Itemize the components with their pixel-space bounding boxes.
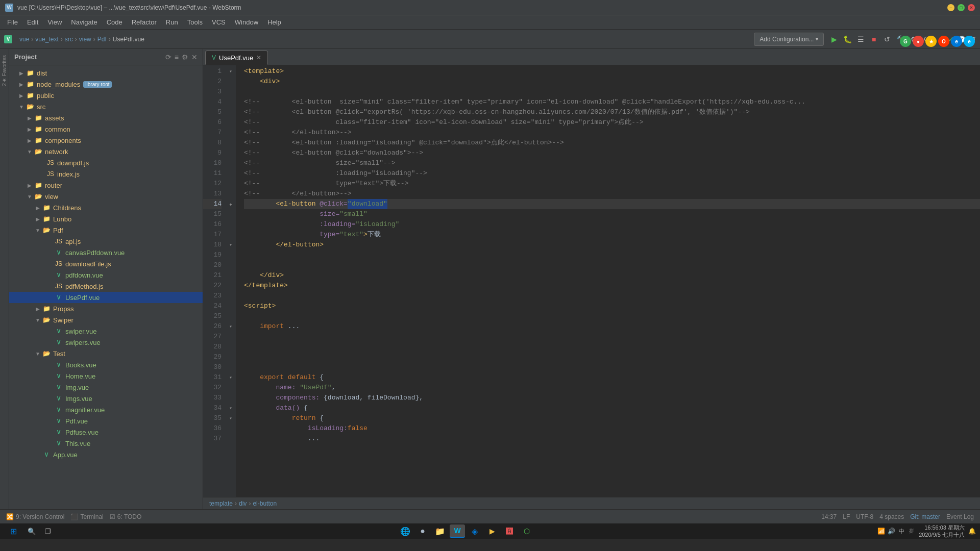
bc-template[interactable]: template [209, 500, 233, 507]
tree-item-index-js[interactable]: ▶ JS index.js [9, 168, 203, 180]
maximize-button[interactable]: □ [958, 4, 965, 11]
search-button[interactable]: 🔍 [24, 524, 39, 538]
sound-icon[interactable]: 🔊 [887, 527, 895, 535]
tree-item-dist[interactable]: ▶ 📁 dist [9, 67, 203, 79]
tree-item-assets[interactable]: ▶ 📁 assets [9, 112, 203, 123]
tree-item-downloadfile[interactable]: ▶ JS downloadFile.js [9, 258, 203, 269]
tree-item-books[interactable]: ▶ V Books.vue [9, 359, 203, 370]
collapse-icon[interactable]: ≡ [175, 53, 179, 61]
tab-usepdf[interactable]: V UsePdf.vue ✕ [205, 51, 268, 65]
window-controls[interactable]: – □ ✕ [947, 4, 975, 11]
tree-item-pdfuse-vue[interactable]: ▶ V Pdfuse.vue [9, 427, 203, 438]
rerun-button[interactable]: ↺ [881, 33, 893, 45]
browser-icon-1[interactable]: G [900, 36, 911, 47]
taskbar-chrome[interactable]: ● [415, 524, 430, 538]
tree-item-swiper[interactable]: ▼ 📂 Swiper [9, 314, 203, 325]
debug-button[interactable]: 🐛 [841, 33, 853, 45]
taskbar-app2[interactable]: ⬡ [519, 524, 534, 538]
branch-item[interactable]: Git: master [910, 513, 940, 520]
fold-icon-18[interactable]: ▾ [229, 242, 232, 248]
menu-file[interactable]: File [3, 17, 22, 28]
system-clock[interactable]: 16:56:03 星期六 2020/9/5 七月十八 [919, 524, 965, 539]
tree-item-public[interactable]: ▶ 📁 public [9, 90, 203, 101]
encoding-item[interactable]: UTF-8 [856, 513, 873, 520]
menu-edit[interactable]: Edit [23, 17, 42, 28]
browser-icon-6[interactable]: e [964, 36, 975, 47]
menu-run[interactable]: Run [162, 17, 182, 28]
menu-help[interactable]: Help [263, 17, 285, 28]
bc-file[interactable]: UsePdf.vue [113, 36, 144, 43]
tree-item-canvaspdf[interactable]: ▶ V canvasPdfdown.vue [9, 247, 203, 258]
tree-item-components[interactable]: ▶ 📁 components [9, 135, 203, 146]
line-col-item[interactable]: 14:37 [821, 513, 837, 520]
browser-icon-3[interactable]: ★ [925, 36, 937, 47]
code-content[interactable]: <template> <div> <!-- <el-button size="m… [236, 65, 980, 497]
tree-item-lunbo[interactable]: ▶ 📁 Lunbo [9, 213, 203, 224]
tree-item-pdfmethod[interactable]: ▶ JS pdfMethod.js [9, 281, 203, 292]
tree-item-pdfdown[interactable]: ▶ V pdfdown.vue [9, 269, 203, 281]
bc-vue[interactable]: vue [19, 36, 29, 43]
tree-item-home[interactable]: ▶ V Home.vue [9, 370, 203, 382]
ime-icon[interactable]: 中 [897, 527, 905, 535]
terminal-item[interactable]: ⬛ Terminal [70, 513, 103, 520]
todo-item[interactable]: ☑ 6: TODO [110, 513, 142, 520]
menu-code[interactable]: Code [103, 17, 127, 28]
tree-item-router[interactable]: ▶ 📁 router [9, 180, 203, 191]
tree-item-imgs[interactable]: ▶ V Imgs.vue [9, 393, 203, 404]
browser-icon-4[interactable]: O [938, 36, 949, 47]
fold-icon-26[interactable]: ▾ [229, 323, 232, 330]
fold-icon-34[interactable]: ▾ [229, 405, 232, 411]
taskbar-explorer[interactable]: 📁 [432, 524, 448, 538]
version-control-item[interactable]: 🔀 9: Version Control [6, 513, 64, 520]
tree-item-this-vue[interactable]: ▶ V This.vue [9, 438, 203, 449]
browser-icon-2[interactable]: ● [913, 36, 924, 47]
add-configuration-button[interactable]: Add Configuration... ▾ [754, 33, 824, 46]
code-editor[interactable]: 1 2 3 4 5 6 7 8 9 10 11 12 13 14 15 16 1… [203, 65, 980, 497]
tree-item-view[interactable]: ▼ 📂 view [9, 191, 203, 202]
stop-button[interactable]: ■ [868, 33, 880, 45]
tree-item-test[interactable]: ▼ 📂 Test [9, 348, 203, 359]
network-icon[interactable]: 📶 [877, 527, 885, 535]
close-panel-icon[interactable]: ✕ [191, 53, 198, 61]
taskbar-app1[interactable]: 🅰 [502, 524, 517, 538]
bc-src[interactable]: src [65, 36, 73, 43]
bc-view[interactable]: view [79, 36, 91, 43]
tree-item-src[interactable]: ▼ 📂 src [9, 101, 203, 112]
coverage-button[interactable]: ☰ [854, 33, 867, 45]
tree-item-app-vue[interactable]: ▶ V App.vue [9, 449, 203, 460]
sync-icon[interactable]: ⟳ [165, 53, 172, 61]
fold-icon-35[interactable]: ▾ [229, 415, 232, 421]
menu-refactor[interactable]: Refactor [128, 17, 161, 28]
tree-item-swipers-vue[interactable]: ▶ V swipers.vue [9, 337, 203, 348]
run-button[interactable]: ▶ [828, 33, 840, 45]
notification-icon[interactable]: 🔔 [968, 527, 976, 535]
bc-div[interactable]: div [239, 500, 247, 507]
fold-icon-1[interactable]: ▾ [229, 68, 232, 74]
pinyin-icon[interactable]: 拼 [908, 527, 916, 535]
favorites-label[interactable]: 2★ Favorites [2, 53, 7, 88]
settings-icon[interactable]: ⚙ [182, 53, 188, 61]
task-view-button[interactable]: ❐ [41, 524, 55, 538]
browser-icon-5[interactable]: e [951, 36, 962, 47]
line-sep-item[interactable]: LF [843, 513, 850, 520]
tree-item-propss[interactable]: ▶ 📁 Propss [9, 303, 203, 314]
tree-item-pdf-folder[interactable]: ▼ 📂 Pdf [9, 224, 203, 236]
indent-item[interactable]: 4 spaces [879, 513, 904, 520]
menu-window[interactable]: Window [231, 17, 262, 28]
bc-vue-text[interactable]: vue_text [35, 36, 58, 43]
tree-item-api-js[interactable]: ▶ JS api.js [9, 236, 203, 247]
event-log-item[interactable]: Event Log [946, 513, 974, 520]
taskbar-terminal[interactable]: ▶ [484, 524, 500, 538]
start-button[interactable]: ⊞ [4, 524, 22, 538]
tree-item-swiper-vue[interactable]: ▶ V swiper.vue [9, 325, 203, 337]
bc-pdf[interactable]: Pdf [97, 36, 107, 43]
tree-item-magnifier[interactable]: ▶ V magnifier.vue [9, 404, 203, 415]
fold-icon-31[interactable]: ▾ [229, 374, 232, 381]
close-button[interactable]: ✕ [968, 4, 975, 11]
menu-navigate[interactable]: Navigate [67, 17, 101, 28]
tab-close-icon[interactable]: ✕ [256, 54, 261, 61]
taskbar-webstorm[interactable]: W [450, 524, 465, 538]
menu-vcs[interactable]: VCS [208, 17, 230, 28]
menu-view[interactable]: View [43, 17, 66, 28]
menu-tools[interactable]: Tools [183, 17, 207, 28]
